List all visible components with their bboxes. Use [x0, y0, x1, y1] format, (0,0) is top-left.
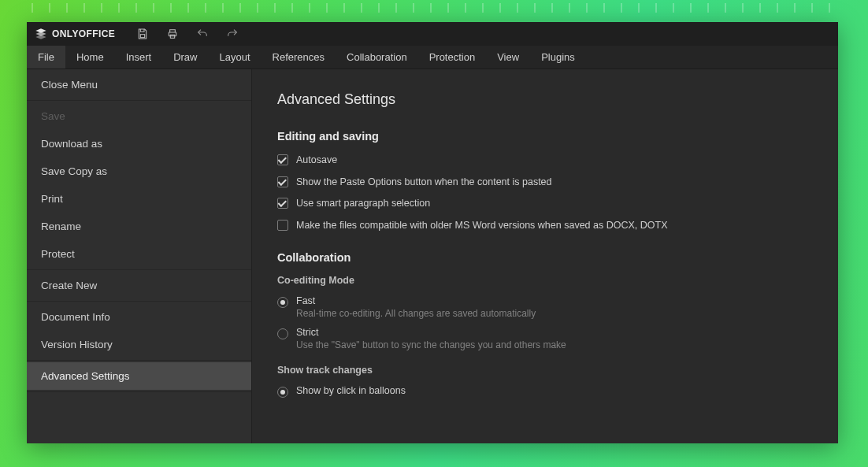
svg-rect-5	[171, 35, 175, 38]
menu-view[interactable]: View	[486, 46, 530, 69]
sidebar-save: Save	[27, 102, 251, 130]
undo-icon[interactable]	[195, 27, 210, 41]
radio-label: Show by click in balloons	[296, 385, 406, 396]
menu-layout[interactable]: Layout	[209, 46, 262, 69]
sidebar-rename[interactable]: Rename	[27, 213, 251, 240]
sidebar-advanced-settings[interactable]: Advanced Settings	[27, 362, 251, 390]
section-editing: Editing and saving Autosave Show the Pas…	[277, 130, 813, 232]
svg-rect-4	[169, 32, 176, 36]
brand-text: ONLYOFFICE	[52, 28, 115, 39]
title-actions	[135, 27, 239, 41]
check-autosave[interactable]: Autosave	[277, 154, 813, 168]
check-label: Show the Paste Options button when the c…	[296, 176, 552, 190]
menu-protection[interactable]: Protection	[418, 46, 487, 69]
check-compat-msword[interactable]: Make the files compatible with older MS …	[277, 219, 813, 233]
menubar: File Home Insert Draw Layout References …	[27, 46, 838, 69]
svg-rect-3	[141, 35, 145, 38]
sidebar-print[interactable]: Print	[27, 185, 251, 213]
checkbox-icon	[277, 154, 288, 165]
file-sidebar: Close Menu Save Download as Save Copy as…	[27, 69, 252, 443]
check-paste-options[interactable]: Show the Paste Options button when the c…	[277, 176, 813, 190]
radio-icon	[277, 328, 288, 339]
sidebar-document-info[interactable]: Document Info	[27, 303, 251, 331]
check-label: Make the files compatible with older MS …	[296, 219, 667, 233]
app-window: ONLYOFFICE File Home Insert Draw Layout …	[27, 22, 838, 443]
check-smart-paragraph[interactable]: Use smart paragraph selection	[277, 197, 813, 211]
radio-mode-strict[interactable]: Strict Use the "Save" button to sync the…	[277, 327, 813, 350]
menu-collaboration[interactable]: Collaboration	[336, 46, 418, 69]
radio-desc: Real-time co-editing. All changes are sa…	[296, 308, 536, 319]
coedit-heading: Co-editing Mode	[277, 275, 813, 286]
collab-heading: Collaboration	[277, 251, 813, 264]
track-heading: Show track changes	[277, 365, 813, 376]
section-collaboration: Collaboration Co-editing Mode Fast Real-…	[277, 251, 813, 398]
brand-icon	[35, 28, 47, 40]
save-icon[interactable]	[135, 27, 150, 41]
checkbox-icon	[277, 198, 288, 209]
radio-desc: Use the "Save" button to sync the change…	[296, 339, 566, 350]
settings-content: Advanced Settings Editing and saving Aut…	[252, 69, 838, 443]
check-label: Autosave	[296, 154, 337, 168]
checkbox-icon	[277, 176, 288, 187]
radio-mode-fast[interactable]: Fast Real-time co-editing. All changes a…	[277, 295, 813, 319]
radio-track-balloons[interactable]: Show by click in balloons	[277, 385, 813, 398]
svg-marker-2	[35, 35, 46, 39]
print-icon[interactable]	[165, 27, 180, 41]
sidebar-close-menu[interactable]: Close Menu	[27, 71, 251, 98]
titlebar: ONLYOFFICE	[27, 22, 838, 46]
radio-label: Fast	[296, 295, 536, 306]
redo-icon[interactable]	[225, 27, 239, 41]
sidebar-save-copy-as[interactable]: Save Copy as	[27, 158, 251, 185]
radio-icon	[277, 387, 288, 398]
sidebar-download-as[interactable]: Download as	[27, 130, 251, 158]
menu-insert[interactable]: Insert	[115, 46, 163, 69]
menu-home[interactable]: Home	[65, 46, 115, 69]
editing-heading: Editing and saving	[277, 130, 813, 143]
sidebar-protect[interactable]: Protect	[27, 240, 251, 268]
menu-references[interactable]: References	[262, 46, 336, 69]
menu-plugins[interactable]: Plugins	[530, 46, 586, 69]
brand: ONLYOFFICE	[35, 28, 115, 40]
radio-icon	[277, 297, 288, 308]
check-label: Use smart paragraph selection	[296, 197, 430, 211]
sidebar-version-history[interactable]: Version History	[27, 331, 251, 358]
menu-draw[interactable]: Draw	[162, 46, 208, 69]
menu-file[interactable]: File	[27, 46, 65, 69]
page-title: Advanced Settings	[277, 91, 813, 108]
sidebar-create-new[interactable]: Create New	[27, 272, 251, 299]
checkbox-icon	[277, 220, 288, 231]
radio-label: Strict	[296, 327, 566, 338]
